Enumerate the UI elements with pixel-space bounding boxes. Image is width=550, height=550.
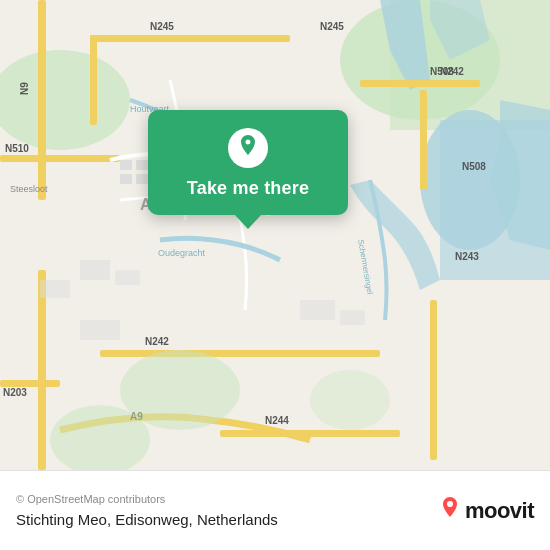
svg-rect-42 (300, 300, 335, 320)
svg-rect-16 (0, 380, 60, 387)
svg-rect-9 (90, 35, 290, 42)
svg-rect-10 (90, 35, 97, 125)
svg-rect-12 (430, 300, 437, 460)
svg-rect-37 (136, 174, 148, 184)
svg-text:N508: N508 (462, 161, 486, 172)
svg-text:Oudegracht: Oudegracht (158, 248, 206, 258)
svg-point-48 (310, 370, 390, 430)
svg-text:Steesloot: Steesloot (10, 184, 48, 194)
moovit-pin-icon (439, 497, 461, 525)
svg-rect-15 (220, 430, 400, 437)
info-bar: © OpenStreetMap contributors Stichting M… (0, 470, 550, 550)
location-pin-icon (228, 128, 268, 168)
info-left: © OpenStreetMap contributors Stichting M… (16, 493, 278, 528)
svg-rect-7 (38, 270, 46, 470)
svg-rect-34 (120, 160, 132, 170)
moovit-logo: moovit (439, 497, 534, 525)
osm-credit: © OpenStreetMap contributors (16, 493, 278, 505)
svg-text:N244: N244 (265, 415, 289, 426)
svg-rect-6 (38, 0, 46, 200)
app-container: N9 N510 N245 N245 N242 N243 N242 N508 N5… (0, 0, 550, 550)
map-area: N9 N510 N245 N245 N242 N243 N242 N508 N5… (0, 0, 550, 470)
svg-text:N243: N243 (455, 251, 479, 262)
svg-rect-13 (360, 80, 480, 87)
svg-rect-14 (420, 90, 427, 190)
location-name: Stichting Meo, Edisonweg, Netherlands (16, 511, 278, 528)
svg-rect-8 (0, 155, 120, 162)
svg-rect-40 (80, 260, 110, 280)
svg-text:N245: N245 (150, 21, 174, 32)
svg-rect-43 (340, 310, 365, 325)
svg-rect-36 (120, 174, 132, 184)
svg-rect-45 (40, 280, 70, 298)
svg-rect-41 (115, 270, 140, 285)
take-me-there-button[interactable]: Take me there (187, 178, 309, 199)
svg-text:N242: N242 (145, 336, 169, 347)
moovit-brand-label: moovit (465, 498, 534, 524)
svg-rect-44 (80, 320, 120, 340)
svg-text:N245: N245 (320, 21, 344, 32)
svg-rect-11 (100, 350, 380, 357)
svg-text:N203: N203 (3, 387, 27, 398)
map-tooltip: Take me there (148, 110, 348, 215)
svg-point-49 (447, 501, 453, 507)
svg-text:N9: N9 (19, 82, 30, 95)
svg-text:N508: N508 (430, 66, 454, 77)
svg-rect-35 (136, 160, 148, 170)
map-svg: N9 N510 N245 N245 N242 N243 N242 N508 N5… (0, 0, 550, 470)
svg-text:N510: N510 (5, 143, 29, 154)
